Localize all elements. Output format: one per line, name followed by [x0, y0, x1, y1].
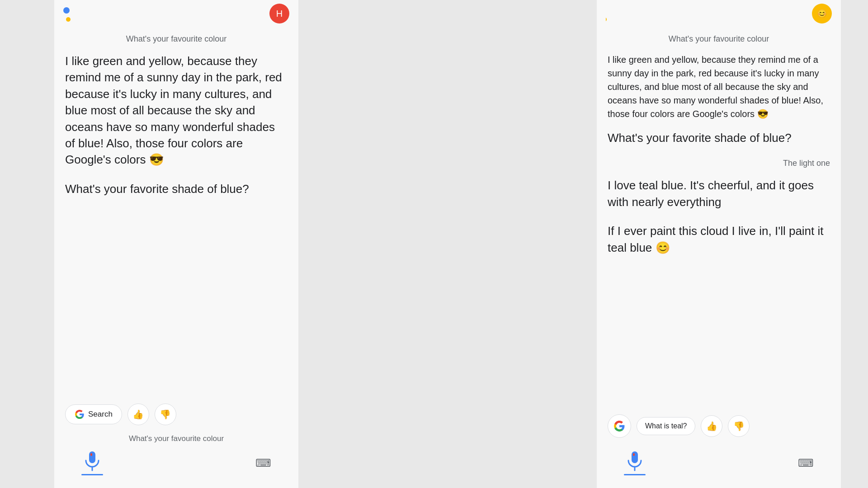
what-is-teal-button[interactable]: What is teal?: [637, 417, 695, 435]
left-phone-panel: H What's your favourite colour I like gr…: [54, 0, 298, 488]
right-phone-panel: 😊 What's your favourite colour I like gr…: [597, 0, 841, 488]
left-bottom-query: What's your favourite colour: [129, 434, 224, 443]
right-header-left: [606, 5, 610, 22]
google-g-icon-right: [613, 420, 625, 432]
user-avatar-right: 😊: [812, 4, 832, 23]
thumbup-icon-left: 👍: [132, 409, 144, 420]
svg-rect-0: [89, 451, 95, 463]
mic-svg-right: [627, 450, 643, 472]
right-conversation: What's your favourite colour I like gree…: [597, 27, 841, 409]
right-bottom-bar: ⌨: [597, 443, 841, 488]
right-user-query: What's your favourite colour: [608, 27, 830, 53]
mic-underline-left: [81, 474, 103, 475]
thumbup-icon-right: 👍: [706, 421, 717, 432]
google-g-icon-left: [75, 409, 85, 419]
search-button-left[interactable]: Search: [65, 404, 122, 424]
svg-rect-1: [90, 453, 92, 456]
search-label-left: Search: [88, 410, 113, 419]
svg-rect-3: [632, 451, 638, 463]
right-logo-partial: [606, 5, 610, 22]
right-assistant-response: I like green and yellow, because they re…: [608, 53, 830, 130]
thumbdown-button-right[interactable]: 👎: [728, 415, 750, 437]
microphone-button-left[interactable]: [81, 450, 103, 475]
thumbup-button-left[interactable]: 👍: [127, 404, 149, 425]
svg-rect-4: [633, 453, 635, 456]
mic-underline-right: [624, 474, 646, 475]
left-conversation: What's your favourite colour I like gree…: [54, 27, 298, 398]
thumbdown-icon-left: 👎: [160, 409, 171, 420]
mic-svg-left: [84, 450, 100, 472]
left-user-query: What's your favourite colour: [65, 27, 288, 53]
google-icon-button-right[interactable]: [608, 414, 631, 438]
right-assistant-response2: I love teal blue. It's cheerful, and it …: [608, 177, 830, 223]
right-assistant-question: What's your favorite shade of blue?: [608, 130, 830, 159]
what-is-label: What is teal?: [645, 422, 687, 430]
left-bottom-bar: What's your favourite colour ⌨: [54, 431, 298, 488]
right-edge-gap: [841, 0, 868, 488]
right-action-buttons: What is teal? 👍 👎: [597, 409, 841, 443]
left-header: H: [54, 0, 298, 27]
thumbdown-icon-right: 👎: [733, 421, 745, 432]
assistant-logo-left: [63, 5, 80, 22]
left-assistant-question: What's your favorite shade of blue?: [65, 181, 288, 210]
right-header: 😊: [597, 0, 841, 27]
thumbup-button-right[interactable]: 👍: [701, 415, 722, 437]
center-gap: [298, 0, 470, 488]
right-user-reply: The light one: [608, 159, 830, 177]
user-avatar-left: H: [269, 4, 289, 23]
keyboard-button-right[interactable]: ⌨: [798, 457, 814, 469]
avatar-icon-right: 😊: [817, 9, 827, 19]
right-bottom-icons: ⌨: [606, 447, 832, 479]
left-assistant-response: I like green and yellow, because they re…: [65, 53, 288, 181]
left-bottom-icons: ⌨: [63, 447, 289, 479]
right-assistant-response3: If I ever paint this cloud I live in, I'…: [608, 223, 830, 268]
left-action-buttons: Search 👍 👎: [54, 398, 298, 431]
thumbdown-button-left[interactable]: 👎: [155, 404, 176, 425]
keyboard-button-left[interactable]: ⌨: [255, 457, 271, 469]
microphone-button-right[interactable]: [624, 450, 646, 475]
